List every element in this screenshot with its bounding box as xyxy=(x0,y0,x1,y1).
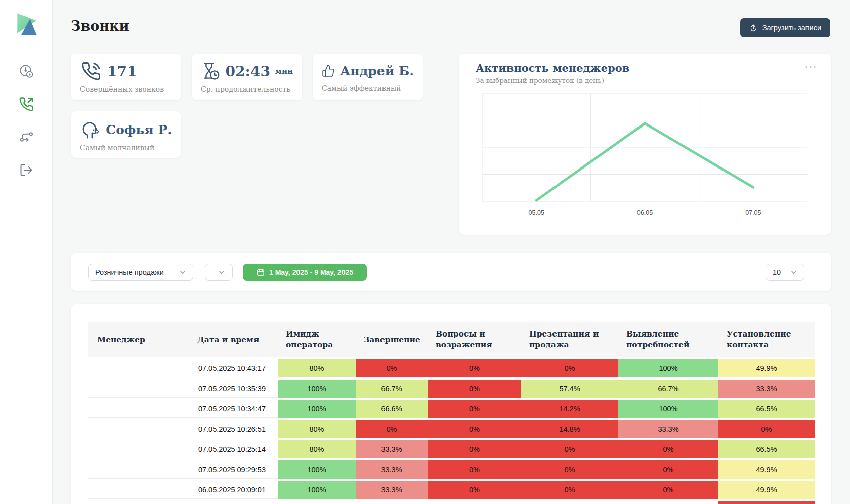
table-row[interactable]: 07.05.2025 10:34:47100%66.6%0%14.2%100%6… xyxy=(88,400,815,418)
cell-score: 0% xyxy=(521,460,618,479)
cell-score: 100% xyxy=(278,460,356,479)
cell-score: 66.7% xyxy=(618,380,718,398)
cell-score xyxy=(521,501,618,504)
cell-datetime: 07.05.2025 10:26:51 xyxy=(184,420,278,438)
cell-score: 0% xyxy=(618,481,718,499)
calls-table-card: Менеджер Дата и время Имидж оператора За… xyxy=(71,304,831,504)
thumbs-up-icon xyxy=(322,60,335,81)
secondary-select[interactable] xyxy=(205,264,233,281)
cell-score xyxy=(618,501,718,504)
table-row[interactable]: 07.05.2025 10:26:5180%0%0%14.8%33.3%0% xyxy=(88,420,815,438)
cell-score: 33.3% xyxy=(718,380,815,398)
table-row[interactable]: 07.05.2025 09:29:53100%33.3%0%0%0%49.9% xyxy=(88,460,815,479)
cell-score: 0% xyxy=(356,420,428,438)
sidebar xyxy=(0,0,53,504)
ellipsis-icon[interactable]: ⋯ xyxy=(804,61,818,73)
cell-score: 100% xyxy=(278,481,356,499)
stat-total-calls-value: 171 xyxy=(107,63,137,80)
cell-manager xyxy=(88,359,184,377)
cell-score: 100% xyxy=(618,359,718,377)
stat-most-silent-label: Самый молчаливый xyxy=(80,144,172,152)
hourglass-clock-icon xyxy=(201,60,221,82)
table-row[interactable]: 06.05.2025 20:09:01100%33.3%0%0%0%49.9% xyxy=(88,481,815,499)
cell-score: 49.9% xyxy=(718,481,815,499)
cell-score: 33.3% xyxy=(356,460,428,479)
page-size-value: 10 xyxy=(773,268,785,276)
table-row[interactable]: 07.05.2025 10:43:1780%0%0%0%100%49.9% xyxy=(88,359,815,377)
sidebar-item-routes[interactable] xyxy=(18,129,34,145)
calls-table: Менеджер Дата и время Имидж оператора За… xyxy=(88,320,815,504)
cell-score: 0% xyxy=(428,481,521,499)
sidebar-item-dashboard[interactable] xyxy=(18,63,34,79)
cell-score: 0% xyxy=(521,359,618,377)
cell-score: 49.9% xyxy=(718,460,815,479)
activity-line-chart: 05.0506.0507.05 xyxy=(482,93,808,219)
page-title: Звонки xyxy=(71,18,130,34)
table-row[interactable]: 07.05.2025 10:35:39100%66.7%0%57.4%66.7%… xyxy=(88,380,815,398)
stat-most-silent-value: Софья Р. xyxy=(106,122,172,137)
cell-manager xyxy=(88,481,184,499)
upload-button-label: Загрузить записи xyxy=(762,24,821,32)
stat-avg-duration-value: 02:43 xyxy=(226,63,270,80)
cell-score: 66.5% xyxy=(718,440,815,458)
svg-text:07.05: 07.05 xyxy=(745,209,761,216)
table-header-row: Менеджер Дата и время Имидж оператора За… xyxy=(88,322,815,357)
stat-most-effective-label: Самый эффективный xyxy=(322,84,414,92)
cell-score: 0% xyxy=(428,420,521,438)
cell-score xyxy=(718,501,815,504)
team-select[interactable]: Розничные продажи xyxy=(88,264,193,281)
app-logo xyxy=(13,11,39,37)
upload-icon xyxy=(749,24,757,32)
cell-score: 80% xyxy=(278,420,356,438)
date-range-button[interactable]: 1 May, 2025 - 9 May, 2025 xyxy=(243,264,367,281)
chart-subtitle: За выбранный промежуток (в день) xyxy=(476,76,604,85)
team-select-value: Розничные продажи xyxy=(95,268,174,276)
cell-score xyxy=(356,501,428,504)
gauge-icon xyxy=(19,64,34,79)
cell-score: 0% xyxy=(428,400,521,418)
stat-avg-duration-unit: мин xyxy=(275,67,293,76)
stat-most-effective-value: Андрей Б. xyxy=(340,64,414,78)
cell-score: 0% xyxy=(521,440,618,458)
cell-datetime: 07.05.2025 10:43:17 xyxy=(184,359,278,377)
sidebar-item-logout[interactable] xyxy=(18,162,34,178)
cell-score: 57.4% xyxy=(521,380,618,398)
cell-manager xyxy=(88,380,184,398)
cell-datetime: 06.05.2025 20:09:01 xyxy=(184,481,278,499)
cell-score: 0% xyxy=(428,359,521,377)
cell-score: 14.8% xyxy=(521,420,618,438)
page-size-select[interactable]: 10 xyxy=(766,264,804,281)
stat-total-calls-label: Совершённых звонков xyxy=(80,85,172,93)
cell-score: 100% xyxy=(278,380,356,398)
col-header-datetime: Дата и время xyxy=(184,322,278,357)
sidebar-item-calls[interactable] xyxy=(18,96,34,112)
activity-chart-card: Активность менеджеров За выбранный проме… xyxy=(459,54,831,235)
cell-score xyxy=(428,501,521,504)
cell-score: 66.5% xyxy=(718,400,815,418)
svg-text:06.05: 06.05 xyxy=(637,209,653,216)
svg-text:05.05: 05.05 xyxy=(529,209,544,216)
cell-score: 80% xyxy=(278,440,356,458)
col-header-presentation: Презентация и продажа xyxy=(521,322,618,357)
stat-card-total-calls: 171 Совершённых звонков xyxy=(71,54,181,100)
sidebar-divider xyxy=(10,48,43,48)
cell-score: 80% xyxy=(278,359,356,377)
table-row[interactable]: 07.05.2025 10:25:1480%33.3%0%0%0%66.5% xyxy=(88,440,815,458)
cell-datetime: 07.05.2025 10:34:47 xyxy=(184,400,278,418)
cell-score: 0% xyxy=(428,460,521,479)
cell-score: 0% xyxy=(718,420,815,438)
cell-score: 33.3% xyxy=(618,420,718,438)
cell-score: 100% xyxy=(618,400,718,418)
phone-outgoing-icon xyxy=(19,97,34,112)
col-header-contact: Установление контакта xyxy=(718,322,815,357)
chart-title: Активность менеджеров xyxy=(476,62,629,74)
cell-score xyxy=(278,501,356,504)
stat-card-avg-duration: 02:43 мин Ср. продолжительность xyxy=(192,54,302,100)
cell-manager xyxy=(88,400,184,418)
upload-records-button[interactable]: Загрузить записи xyxy=(740,18,830,37)
cell-score: 66.6% xyxy=(356,400,428,418)
cell-manager xyxy=(88,440,184,458)
table-row[interactable] xyxy=(88,501,815,504)
phone-icon xyxy=(80,60,102,82)
cell-datetime xyxy=(184,501,278,504)
